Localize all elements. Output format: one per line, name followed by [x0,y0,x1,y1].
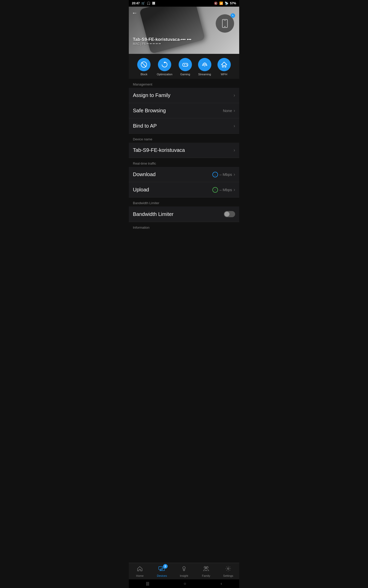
cart-icon: 🛒 [141,2,145,5]
device-mac-header: MAC | F6 •• •• •• •• •• [133,42,191,46]
wifi-icon: 📶 [219,2,223,5]
safe-browsing-chevron: › [234,108,235,113]
bind-ap-right: › [234,123,235,129]
svg-point-1 [224,26,225,27]
bandwidth-limiter-toggle[interactable] [224,211,235,217]
status-bar: 20:47 🛒 🎧 🖼 🔇 📶 📡 57% [129,0,239,7]
streaming-circle [198,58,211,71]
svg-line-4 [142,62,146,67]
assign-family-label: Assign to Family [133,92,170,98]
bind-ap-item[interactable]: Bind to AP › [129,118,239,134]
action-streaming[interactable]: Streaming [198,58,211,76]
bandwidth-limiter-section-label: Bandwidth Limiter [129,198,239,206]
hero-section: ← Tab-S9-FE-koristuvaca-••• ••• MAC | F6… [129,7,239,54]
assign-family-chevron: › [234,93,235,98]
actions-row: Block Optimization Gaming [129,54,239,79]
upload-right: ↑ – Mbps › [212,187,235,193]
streaming-label: Streaming [198,73,211,76]
gaming-circle [179,58,192,71]
upload-item[interactable]: Upload ↑ – Mbps › [129,182,239,198]
upload-chevron: › [234,187,235,192]
device-name-header: Tab-S9-FE-koristuvaca-••• ••• [133,37,191,42]
action-gaming[interactable]: Gaming [179,58,192,76]
device-name-right: › [234,148,235,153]
gallery-icon: 🖼 [152,2,155,5]
back-button[interactable]: ← [132,10,137,16]
wfh-label: WFH [221,73,227,76]
bandwidth-limiter-label: Bandwidth Limiter [133,211,174,217]
assign-family-right: › [234,93,235,98]
download-item[interactable]: Download ↓ – Mbps › [129,167,239,182]
bind-ap-label: Bind to AP [133,123,157,129]
optimization-label: Optimization [157,73,172,76]
device-name-chevron: › [234,148,235,153]
device-name-item[interactable]: Tab-S9-FE-koristuvaca › [129,143,239,158]
block-label: Block [141,73,147,76]
device-name-section-label: Device name [129,134,239,143]
svg-marker-12 [222,62,227,67]
toggle-knob [224,212,229,217]
svg-point-10 [187,65,187,66]
device-name-value: Tab-S9-FE-koristuvaca [133,147,185,153]
upload-value: – Mbps [220,188,232,192]
download-label: Download [133,172,156,177]
spacer [129,231,239,262]
safe-browsing-item[interactable]: Safe Browsing None › [129,103,239,118]
safe-browsing-value: None [223,108,232,113]
upload-icon: ↑ [212,187,218,193]
management-section-label: Management [129,79,239,88]
device-image-bg [139,7,205,54]
upload-label: Upload [133,187,149,193]
edit-icon: ✎ [232,14,234,17]
time-display: 20:47 [132,2,140,5]
safe-browsing-right: None › [223,108,235,113]
status-bar-left: 20:47 🛒 🎧 🖼 [132,2,155,5]
svg-point-9 [186,64,187,65]
action-optimization[interactable]: Optimization [157,58,172,76]
action-wfh[interactable]: WFH [217,58,231,76]
bandwidth-limiter-right [224,211,235,217]
block-circle [137,58,151,71]
bandwidth-limiter-item[interactable]: Bandwidth Limiter [129,206,239,222]
assign-family-item[interactable]: Assign to Family › [129,88,239,103]
device-avatar-edit-button[interactable]: ✎ [231,13,235,18]
device-info: Tab-S9-FE-koristuvaca-••• ••• MAC | F6 •… [133,37,191,46]
information-section-label: Information [129,222,239,231]
svg-point-11 [204,65,205,66]
safe-browsing-label: Safe Browsing [133,108,166,114]
download-icon: ↓ [212,172,218,177]
realtime-traffic-section-label: Real-time traffic [129,158,239,167]
signal-icon: 📡 [225,2,228,5]
download-right: ↓ – Mbps › [212,172,235,177]
wfh-circle [217,58,231,71]
optimization-circle [158,58,171,71]
battery-display: 57% [230,2,236,5]
gaming-label: Gaming [180,73,190,76]
action-block[interactable]: Block [137,58,151,76]
mute-icon: 🔇 [214,2,218,5]
bind-ap-chevron: › [234,123,235,129]
headset-icon: 🎧 [147,2,151,5]
download-value: – Mbps [220,172,232,177]
status-bar-right: 🔇 📶 📡 57% [214,2,236,5]
download-chevron: › [234,172,235,177]
